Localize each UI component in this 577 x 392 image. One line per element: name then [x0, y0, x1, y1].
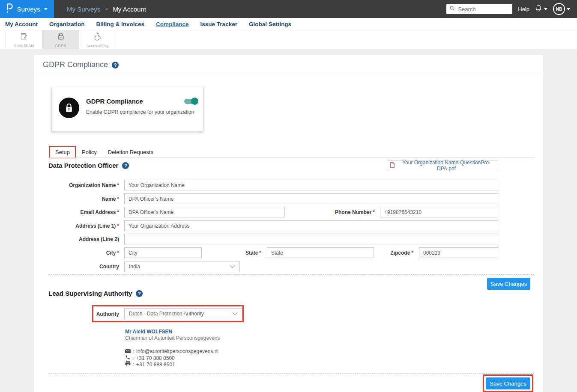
lsa-section-divider — [48, 373, 534, 374]
chevron-down-icon — [567, 8, 570, 10]
gdpr-toggle-card: GDPR Compliance Enable GDPR compliance f… — [51, 87, 203, 132]
state-label: State* — [218, 250, 261, 256]
address-line2-label: Address (Line 2) — [34, 236, 119, 242]
lsa-help-icon[interactable]: ? — [136, 290, 143, 297]
pdf-file-icon — [390, 162, 395, 169]
account-nav: My Account Organization Billing & Invoic… — [0, 18, 577, 30]
tab-accessibility-label: Accessibility — [87, 44, 109, 48]
fax-icon — [125, 361, 131, 368]
name-label: Name* — [34, 196, 119, 202]
organization-name-label: Organization Name* — [34, 182, 119, 188]
required-mark: * — [117, 209, 119, 215]
phone-number-field[interactable] — [380, 207, 498, 217]
tab-can-spam[interactable]: CAN-SPAM — [6, 30, 42, 49]
nav-item-issue-tracker[interactable]: Issue Tracker — [200, 21, 237, 27]
accessibility-icon — [93, 32, 102, 42]
breadcrumb-my-surveys[interactable]: My Surveys — [67, 6, 100, 13]
authority-select[interactable]: Dutch - Data Protection Authority — [124, 308, 242, 319]
dpo-heading: Data Protection Officer ? — [48, 162, 129, 169]
gdpr-sub-tabs: Setup Policy Deletion Requests — [49, 146, 153, 158]
email-icon — [125, 348, 131, 354]
can-spam-icon — [20, 32, 28, 42]
tab-setup[interactable]: Setup — [49, 146, 76, 158]
card-title: GDPR Compliance — [86, 98, 143, 105]
authority-contact-name: Mr Aleid WOLFSEN — [125, 329, 172, 335]
dpo-heading-text: Data Protection Officer — [48, 162, 118, 169]
nav-item-compliance[interactable]: Compliance — [156, 21, 189, 27]
city-field[interactable] — [124, 247, 202, 258]
authority-select-value: Dutch - Data Protection Authority — [129, 311, 204, 317]
questionpro-logo-icon — [6, 3, 13, 15]
lsa-save-changes-button[interactable]: Save Changes — [486, 377, 530, 389]
top-bar: Surveys My Surveys > My Account Help — [0, 0, 577, 18]
country-select[interactable]: India — [124, 261, 240, 272]
authority-label: Authority — [60, 311, 119, 317]
required-mark: * — [373, 209, 375, 215]
gdpr-toggle-knob — [191, 98, 198, 105]
address-line2-field[interactable] — [124, 234, 498, 244]
required-mark: * — [411, 250, 413, 256]
tab-deletion-requests[interactable]: Deletion Requests — [108, 149, 153, 155]
dpa-pdf-download-button[interactable]: Your Organization Name-QuestionPro-DPA.p… — [387, 160, 498, 171]
city-label: City* — [34, 250, 119, 256]
dpo-help-icon[interactable]: ? — [122, 162, 129, 169]
phone-icon — [125, 355, 130, 361]
gdpr-toggle[interactable] — [184, 99, 197, 104]
nav-item-my-account[interactable]: My Account — [5, 21, 38, 27]
nav-item-global-settings[interactable]: Global Settings — [249, 21, 291, 27]
country-label: Country — [34, 264, 119, 270]
authority-contact-phone-line: : +31 70 888 8500 — [125, 355, 175, 361]
gdpr-compliance-panel: GDPR Compliance ? GDPR Compliance Enable… — [34, 55, 543, 392]
gdpr-compliance-screen: Surveys My Surveys > My Account Help — [0, 0, 577, 392]
organization-name-field[interactable] — [124, 180, 498, 190]
card-description: Enable GDPR compliance for your organiza… — [86, 109, 194, 115]
page-title-text: GDPR Compliance — [43, 60, 108, 69]
pdf-button-label: Your Organization Name-QuestionPro-DPA.p… — [398, 160, 495, 172]
product-switcher-label: Surveys — [17, 6, 40, 13]
top-bar-right: Help NB — [446, 3, 577, 15]
authority-contact-email-line: : info@autoriteitpersoonsgegevens.nl — [125, 348, 218, 354]
title-divider — [34, 75, 543, 75]
chevron-down-icon — [544, 8, 547, 10]
breadcrumb: My Surveys > My Account — [67, 6, 146, 13]
zipcode-label: Zipcode* — [371, 250, 413, 256]
tab-gdpr[interactable]: GDPR — [42, 30, 79, 49]
email-address-label: Email Address* — [34, 209, 119, 215]
authority-contact-email: info@autoriteitpersoonsgegevens.nl — [136, 348, 218, 354]
authority-contact-fax: +31 70 888 8501 — [136, 362, 175, 368]
nav-item-organization[interactable]: Organization — [49, 21, 85, 27]
tab-accessibility[interactable]: Accessibility — [79, 30, 116, 49]
name-field[interactable] — [124, 193, 498, 204]
chevron-down-icon — [232, 311, 238, 317]
help-link[interactable]: Help — [518, 6, 529, 12]
authority-contact-title: Chairman of Autoriteit Persoonsgegevens — [125, 335, 220, 341]
user-menu-button[interactable]: NB — [553, 3, 570, 15]
lsa-heading-text: Lead Supervising Authority — [48, 290, 132, 297]
lock-badge-icon — [59, 98, 79, 118]
page-help-icon[interactable]: ? — [112, 62, 119, 68]
sub-tabs-divider — [48, 157, 534, 158]
authority-contact-fax-line: : +31 70 888 8501 — [125, 361, 175, 368]
phone-number-label: Phone Number* — [291, 209, 375, 215]
chevron-down-icon — [44, 8, 48, 10]
dpo-save-changes-button[interactable]: Save Changes — [487, 278, 530, 290]
search-icon — [449, 5, 455, 13]
address-line1-field[interactable] — [124, 220, 498, 231]
zipcode-field[interactable] — [419, 247, 498, 258]
bell-icon — [535, 4, 542, 14]
required-mark: * — [117, 182, 119, 188]
gdpr-lock-icon — [57, 32, 65, 42]
search-input[interactable] — [457, 6, 509, 13]
tab-gdpr-label: GDPR — [55, 44, 66, 48]
nav-item-billing-invoices[interactable]: Billing & Invoices — [96, 21, 145, 27]
breadcrumb-my-account: My Account — [113, 6, 146, 13]
search-box[interactable] — [446, 4, 512, 14]
tab-policy[interactable]: Policy — [82, 149, 97, 155]
email-address-field[interactable] — [124, 207, 285, 217]
product-switcher-button[interactable]: Surveys — [0, 0, 54, 18]
lsa-heading: Lead Supervising Authority ? — [48, 290, 143, 297]
dpo-section-divider — [48, 274, 534, 275]
state-field[interactable] — [267, 247, 374, 258]
notifications-button[interactable] — [535, 4, 547, 14]
page-title: GDPR Compliance ? — [43, 60, 119, 69]
